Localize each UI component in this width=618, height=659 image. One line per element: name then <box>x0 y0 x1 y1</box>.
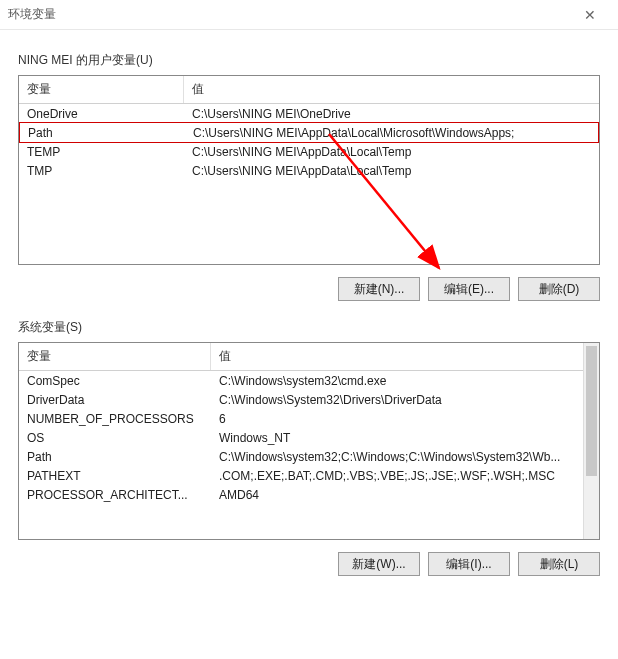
table-row[interactable]: PATHEXT.COM;.EXE;.BAT;.CMD;.VBS;.VBE;.JS… <box>19 466 599 485</box>
cell-value: C:\Users\NING MEI\AppData\Local\Microsof… <box>185 123 598 142</box>
cell-name: OneDrive <box>19 104 184 123</box>
close-icon[interactable]: ✕ <box>570 7 610 23</box>
system-list-header: 变量 值 <box>19 343 599 371</box>
table-row[interactable]: OSWindows_NT <box>19 428 599 447</box>
cell-value: C:\Windows\system32\cmd.exe <box>211 371 599 390</box>
cell-value: .COM;.EXE;.BAT;.CMD;.VBS;.VBE;.JS;.JSE;.… <box>211 466 599 485</box>
col-header-name[interactable]: 变量 <box>19 76 184 103</box>
cell-name: TEMP <box>19 142 184 161</box>
table-row[interactable]: PathC:\Windows\system32;C:\Windows;C:\Wi… <box>19 447 599 466</box>
table-row[interactable]: DriverDataC:\Windows\System32\Drivers\Dr… <box>19 390 599 409</box>
table-row[interactable]: NUMBER_OF_PROCESSORS6 <box>19 409 599 428</box>
titlebar: 环境变量 ✕ <box>0 0 618 30</box>
cell-value: C:\Users\NING MEI\AppData\Local\Temp <box>184 161 599 180</box>
table-row[interactable]: TEMPC:\Users\NING MEI\AppData\Local\Temp <box>19 142 599 161</box>
cell-name: Path <box>20 123 185 142</box>
system-edit-button[interactable]: 编辑(I)... <box>428 552 510 576</box>
user-edit-button[interactable]: 编辑(E)... <box>428 277 510 301</box>
table-row[interactable]: OneDriveC:\Users\NING MEI\OneDrive <box>19 104 599 123</box>
system-new-button[interactable]: 新建(W)... <box>338 552 420 576</box>
cell-value: 6 <box>211 409 599 428</box>
col-header-name[interactable]: 变量 <box>19 343 211 370</box>
system-vars-group: 系统变量(S) 变量 值 ComSpecC:\Windows\system32\… <box>18 319 600 576</box>
table-row[interactable]: PROCESSOR_ARCHITECT...AMD64 <box>19 485 599 504</box>
system-vars-label: 系统变量(S) <box>18 319 600 336</box>
user-new-button[interactable]: 新建(N)... <box>338 277 420 301</box>
cell-name: NUMBER_OF_PROCESSORS <box>19 409 211 428</box>
cell-name: OS <box>19 428 211 447</box>
system-buttons: 新建(W)... 编辑(I)... 删除(L) <box>18 552 600 576</box>
system-vars-list[interactable]: 变量 值 ComSpecC:\Windows\system32\cmd.exeD… <box>18 342 600 540</box>
user-vars-label: NING MEI 的用户变量(U) <box>18 52 600 69</box>
user-list-header: 变量 值 <box>19 76 599 104</box>
col-header-value[interactable]: 值 <box>184 76 599 103</box>
cell-value: C:\Users\NING MEI\OneDrive <box>184 104 599 123</box>
dialog-content: NING MEI 的用户变量(U) 变量 值 OneDriveC:\Users\… <box>0 30 618 594</box>
table-row[interactable]: TMPC:\Users\NING MEI\AppData\Local\Temp <box>19 161 599 180</box>
cell-value: C:\Windows\System32\Drivers\DriverData <box>211 390 599 409</box>
scrollbar-thumb[interactable] <box>586 346 597 476</box>
user-vars-list[interactable]: 变量 值 OneDriveC:\Users\NING MEI\OneDriveP… <box>18 75 600 265</box>
cell-name: DriverData <box>19 390 211 409</box>
user-buttons: 新建(N)... 编辑(E)... 删除(D) <box>18 277 600 301</box>
cell-value: AMD64 <box>211 485 599 504</box>
user-vars-group: NING MEI 的用户变量(U) 变量 值 OneDriveC:\Users\… <box>18 52 600 301</box>
col-header-value[interactable]: 值 <box>211 343 599 370</box>
cell-value: C:\Users\NING MEI\AppData\Local\Temp <box>184 142 599 161</box>
cell-name: PROCESSOR_ARCHITECT... <box>19 485 211 504</box>
cell-value: Windows_NT <box>211 428 599 447</box>
scrollbar[interactable] <box>583 343 599 539</box>
cell-name: ComSpec <box>19 371 211 390</box>
table-row[interactable]: PathC:\Users\NING MEI\AppData\Local\Micr… <box>19 122 599 143</box>
system-delete-button[interactable]: 删除(L) <box>518 552 600 576</box>
window-title: 环境变量 <box>8 6 570 23</box>
cell-name: PATHEXT <box>19 466 211 485</box>
cell-name: Path <box>19 447 211 466</box>
cell-name: TMP <box>19 161 184 180</box>
cell-value: C:\Windows\system32;C:\Windows;C:\Window… <box>211 447 599 466</box>
user-delete-button[interactable]: 删除(D) <box>518 277 600 301</box>
table-row[interactable]: ComSpecC:\Windows\system32\cmd.exe <box>19 371 599 390</box>
